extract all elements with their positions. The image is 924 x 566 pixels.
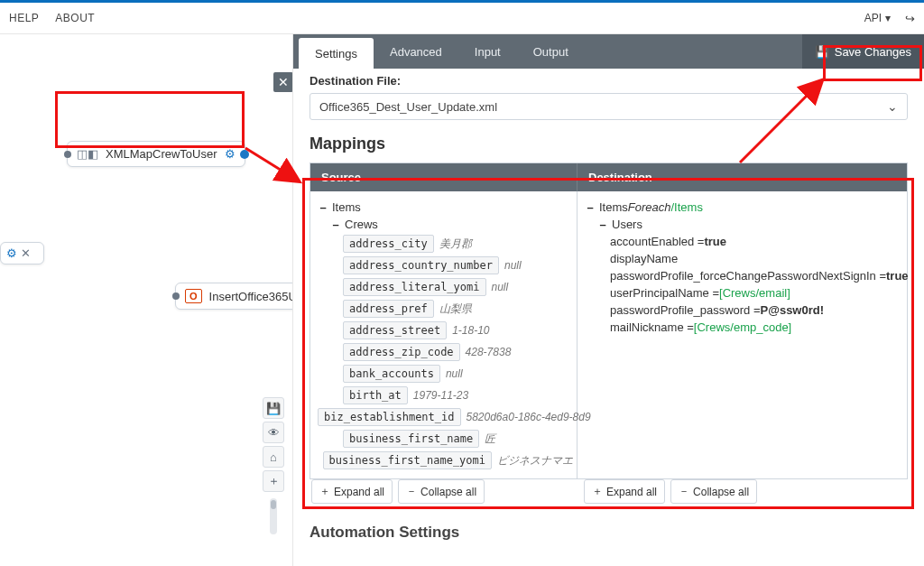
tree-row[interactable]: business_first_name匠 [318,428,573,450]
tree-row[interactable]: address_street1-18-10 [318,320,573,341]
mappings-table: Source Destination –Items–Crewsaddress_c… [310,162,908,479]
tree-row[interactable]: business_first_name_yomiビジネスナマエ [318,450,573,471]
api-menu[interactable]: API▾ [864,12,891,24]
home-button[interactable]: ⌂ [263,446,284,468]
tree-row[interactable]: accountEnabled = true [585,233,909,250]
expand-all-source-button[interactable]: ＋Expand all [311,479,393,504]
field-chip[interactable]: birth_at [343,386,408,404]
tree-row[interactable]: passwordProfile_password = P@ssw0rd! [585,302,909,319]
destination-file-select[interactable]: Office365_Dest_User_Update.xml ⌄ [310,93,908,120]
col-source: Source [310,163,578,191]
source-tree[interactable]: –Items–Crewsaddress_city美月郡address_count… [310,191,578,478]
close-panel-button[interactable]: ✕ [273,72,293,92]
tree-row[interactable]: address_pref山梨県 [318,298,573,320]
tree-row[interactable]: address_city美月郡 [318,233,573,255]
destination-tree[interactable]: –Items Foreach /Items–UsersaccountEnable… [578,191,912,478]
map-icon: ◫◧ [77,147,98,161]
field-chip[interactable]: address_literal_yomi [343,278,486,296]
tab-settings[interactable]: Settings [299,38,374,69]
save-changes-button[interactable]: 💾 Save Changes [802,34,924,69]
field-chip[interactable]: address_country_number [343,256,499,274]
tree-row[interactable]: passwordProfile_forceChangePasswordNextS… [585,267,909,284]
node-xmlmapcrewtouser[interactable]: ◫◧ XMLMapCrewToUser ⚙ [67,141,245,167]
field-chip[interactable]: address_zip_code [343,343,460,361]
automation-settings-title: Automation Settings [310,524,908,542]
field-chip[interactable]: address_street [343,321,447,339]
office365-icon: O [185,289,202,303]
tree-row[interactable]: –Users [585,216,909,233]
field-chip[interactable]: biz_establishment_id [318,408,461,426]
topbar: HELP ABOUT API▾ ↪ [0,0,924,34]
tree-row[interactable]: biz_establishment_id5820d6a0-186c-4ed9-8… [318,406,573,428]
save-view-button[interactable]: 💾 [263,397,284,419]
collapse-all-dest-button[interactable]: －Collapse all [670,479,757,504]
field-chip[interactable]: address_pref [343,300,434,318]
zoom-slider[interactable] [270,498,277,534]
collapse-icon[interactable]: – [585,200,596,214]
panel-body: Destination File: Office365_Dest_User_Up… [293,69,924,566]
properties-panel: Settings Advanced Input Output 💾 Save Ch… [292,34,924,566]
tree-row[interactable]: address_country_numbernull [318,255,573,276]
preview-button[interactable]: 👁 [263,422,284,443]
field-chip[interactable]: bank_accounts [343,365,440,383]
gear-icon[interactable]: ⚙ [225,147,236,161]
signout-icon[interactable]: ↪ [905,12,915,25]
flow-canvas[interactable]: ◫◧ XMLMapCrewToUser ⚙ ⚙ ✕ O InsertOffice… [0,34,292,566]
tab-advanced[interactable]: Advanced [374,34,458,69]
save-icon: 💾 [815,45,829,59]
tree-row[interactable]: –Crews [318,216,573,233]
field-chip[interactable]: business_first_name_yomi [323,451,492,469]
port-in[interactable] [172,292,180,300]
mappings-title: Mappings [310,135,908,153]
expand-all-dest-button[interactable]: ＋Expand all [584,479,665,504]
node-label: XMLMapCrewToUser [106,147,217,161]
chevron-down-icon: ⌄ [887,99,898,114]
tree-row[interactable]: bank_accountsnull [318,363,573,385]
tree-row[interactable]: userPrincipalName = [Crews/email] [585,284,909,302]
node-entry[interactable]: ⚙ ✕ [0,242,44,264]
tabstrip: Settings Advanced Input Output 💾 Save Ch… [293,34,924,69]
tab-output[interactable]: Output [517,34,585,69]
port-out[interactable] [240,150,249,159]
gear-icon[interactable]: ⚙ [6,246,17,260]
tree-row[interactable]: birth_at1979-11-23 [318,385,573,406]
chevron-down-icon: ▾ [885,12,891,24]
field-chip[interactable]: business_first_name [343,430,479,448]
tab-input[interactable]: Input [458,34,517,69]
collapse-all-source-button[interactable]: －Collapse all [398,479,485,504]
canvas-tool-strip: 💾 👁 ⌂ ＋ [261,397,286,534]
col-destination: Destination [578,163,907,191]
collapse-icon[interactable]: – [330,218,341,231]
tree-row[interactable]: displayName [585,250,909,267]
port-in[interactable] [64,151,71,158]
zoom-in-button[interactable]: ＋ [263,470,284,492]
tree-row[interactable]: address_zip_code428-7838 [318,341,573,363]
tree-row[interactable]: mailNickname = [Crews/emp_code] [585,319,909,336]
about-link[interactable]: ABOUT [55,12,95,24]
help-link[interactable]: HELP [9,12,39,24]
field-chip[interactable]: address_city [343,235,434,253]
destination-file-label: Destination File: [310,74,908,88]
collapse-icon[interactable]: – [597,218,608,231]
tree-row[interactable]: –Items Foreach /Items [585,199,909,216]
close-icon[interactable]: ✕ [21,246,31,260]
tree-row[interactable]: address_literal_yominull [318,276,573,298]
collapse-icon[interactable]: – [318,200,328,214]
tree-row[interactable]: –Items [318,199,573,216]
